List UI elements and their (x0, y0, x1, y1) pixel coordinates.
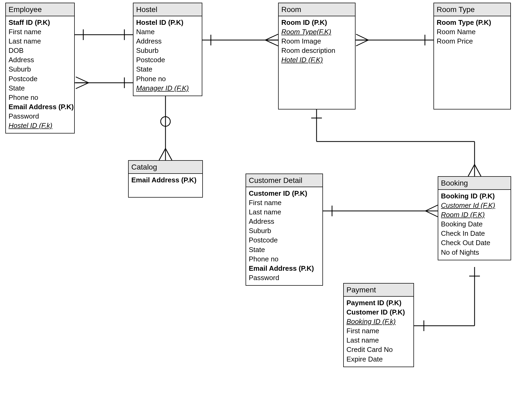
attr-hostel-5: State (136, 65, 199, 74)
attr-room-0: Room ID (P.K) (281, 18, 352, 27)
attr-room-1: Room Type(F.K) (281, 27, 352, 37)
attr-room-3: Room description (281, 46, 352, 55)
svg-line-27 (475, 164, 481, 176)
attr-booking-5: Check Out Date (441, 238, 508, 248)
svg-line-6 (76, 83, 89, 89)
entity-hostel-header: Hostel (133, 3, 202, 16)
entity-employee: Employee Staff ID (P.K)First nameLast na… (5, 3, 75, 134)
attr-room-4: Hotel ID (F.K) (281, 55, 352, 65)
attr-customer-7: Phone no (249, 254, 320, 264)
attr-customer-2: Last name (249, 207, 320, 217)
attr-employee-11: Hostel ID (F.k) (9, 121, 72, 130)
attr-employee-4: Address (9, 55, 72, 65)
entity-catalog-body: Email Address (P.K) (129, 174, 202, 187)
attr-customer-5: Postcode (249, 235, 320, 245)
attr-booking-4: Check In Date (441, 229, 508, 238)
entity-employee-header: Employee (6, 3, 74, 16)
attr-employee-2: Last name (9, 37, 72, 46)
entity-roomtype-header: Room Type (434, 3, 510, 16)
svg-line-16 (356, 40, 368, 46)
svg-line-30 (425, 205, 438, 211)
attr-payment-0: Payment ID (P.K) (346, 298, 411, 308)
entity-customer-body: Customer ID (P.K)First nameLast nameAddr… (246, 187, 322, 285)
attr-customer-8: Email Address (P.K) (249, 264, 320, 273)
attr-booking-0: Booking ID (P.K) (441, 191, 508, 201)
svg-line-11 (265, 40, 278, 46)
attr-employee-10: Password (9, 112, 72, 121)
attr-customer-1: First name (249, 198, 320, 207)
attr-booking-1: Customer Id (F.K) (441, 201, 508, 210)
attr-employee-8: Phone no (9, 93, 72, 102)
attr-employee-3: DOB (9, 46, 72, 55)
attr-roomtype-0: Room Type (P.K) (437, 18, 508, 27)
entity-customer-header: Customer Detail (246, 174, 322, 187)
attr-roomtype-1: Room Name (437, 27, 508, 37)
attr-employee-1: First name (9, 27, 72, 37)
svg-line-21 (165, 148, 172, 160)
attr-hostel-0: Hostel ID (P.K) (136, 18, 199, 27)
attr-customer-4: Suburb (249, 226, 320, 235)
attr-hostel-1: Name (136, 27, 199, 37)
entity-payment: Payment Payment ID (P.K)Customer ID (P.K… (343, 283, 414, 367)
entity-payment-body: Payment ID (P.K)Customer ID (P.K)Booking… (344, 297, 413, 367)
entity-room-body: Room ID (P.K)Room Type(F.K)Room ImageRoo… (279, 16, 355, 67)
entity-booking-header: Booking (438, 177, 511, 190)
attr-payment-4: Last name (346, 336, 411, 345)
svg-line-5 (76, 77, 89, 83)
entity-catalog-header: Catalog (129, 161, 202, 174)
attr-hostel-4: Postcode (136, 55, 199, 65)
entity-booking: Booking Booking ID (P.K)Customer Id (F.K… (438, 176, 511, 260)
attr-hostel-7: Manager ID (F.K) (136, 84, 199, 93)
entity-hostel-body: Hostel ID (P.K)NameAddressSuburbPostcode… (133, 16, 202, 96)
svg-line-31 (425, 211, 438, 217)
attr-booking-6: No of Nights (441, 248, 508, 257)
svg-line-20 (159, 148, 165, 160)
attr-employee-6: Postcode (9, 74, 72, 84)
attr-booking-3: Booking Date (441, 219, 508, 229)
attr-room-2: Room Image (281, 37, 352, 46)
entity-room-header: Room (279, 3, 355, 16)
attr-booking-2: Room ID (F.K) (441, 210, 508, 219)
er-diagram: Employee Staff ID (P.K)First nameLast na… (0, 0, 521, 420)
attr-customer-9: Password (249, 273, 320, 282)
attr-customer-3: Address (249, 217, 320, 226)
attr-payment-5: Credit Card No (346, 345, 411, 354)
entity-room: Room Room ID (P.K)Room Type(F.K)Room Ima… (278, 3, 356, 109)
attr-payment-2: Booking ID (F.k) (346, 317, 411, 326)
entity-customer: Customer Detail Customer ID (P.K)First n… (246, 174, 323, 286)
attr-hostel-2: Address (136, 37, 199, 46)
entity-hostel: Hostel Hostel ID (P.K)NameAddressSuburbP… (133, 3, 202, 96)
attr-employee-7: State (9, 84, 72, 93)
attr-employee-0: Staff ID (P.K) (9, 18, 72, 27)
attr-customer-0: Customer ID (P.K) (249, 189, 320, 198)
svg-point-19 (161, 117, 170, 126)
entity-payment-header: Payment (344, 284, 413, 297)
attr-catalog-0: Email Address (P.K) (131, 175, 200, 185)
attr-employee-9: Email Address (P.K) (9, 102, 72, 112)
svg-line-26 (468, 164, 475, 176)
entity-catalog: Catalog Email Address (P.K) (128, 160, 203, 198)
attr-hostel-3: Suburb (136, 46, 199, 55)
attr-roomtype-2: Room Price (437, 37, 508, 46)
entity-booking-body: Booking ID (P.K)Customer Id (F.K)Room ID… (438, 190, 511, 260)
attr-hostel-6: Phone no (136, 74, 199, 84)
entity-employee-body: Staff ID (P.K)First nameLast nameDOBAddr… (6, 16, 74, 133)
attr-employee-5: Suburb (9, 65, 72, 74)
attr-payment-3: First name (346, 326, 411, 336)
attr-payment-1: Customer ID (P.K) (346, 308, 411, 317)
svg-line-10 (265, 34, 278, 40)
attr-payment-6: Expire Date (346, 355, 411, 364)
attr-customer-6: State (249, 245, 320, 254)
entity-roomtype-body: Room Type (P.K)Room NameRoom Price (434, 16, 510, 49)
svg-line-15 (356, 34, 368, 40)
entity-roomtype: Room Type Room Type (P.K)Room NameRoom P… (433, 3, 511, 109)
